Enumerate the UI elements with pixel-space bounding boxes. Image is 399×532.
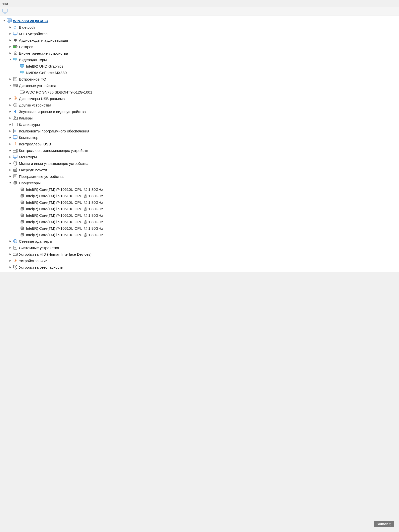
label-battery: Батареи bbox=[19, 45, 33, 49]
tree-root[interactable]: WIN-58SG9Q5CA3U bbox=[0, 17, 399, 24]
label-keyboard: Клавиатуры bbox=[19, 122, 40, 127]
label-sound: Звуковые, игровые и видеоустройства bbox=[19, 109, 86, 114]
svg-marker-40 bbox=[14, 97, 16, 98]
svg-rect-53 bbox=[14, 124, 15, 124]
expander-software[interactable] bbox=[8, 129, 12, 133]
label-monitors: Мониторы bbox=[19, 155, 37, 159]
toolbar bbox=[0, 7, 399, 15]
label-security: Устройства безопасности bbox=[19, 265, 63, 269]
label-progdev: Программные устройства bbox=[19, 174, 64, 179]
tree-item-bluetooth[interactable]: ⬡Bluetooth bbox=[0, 24, 399, 30]
expander-usb-controllers[interactable] bbox=[8, 142, 12, 146]
expander-pc[interactable] bbox=[8, 135, 12, 140]
icon-proc-4 bbox=[19, 206, 25, 211]
expander-battery[interactable] bbox=[8, 44, 12, 49]
tree-item-proc-4[interactable]: Intel(R) Core(TM) i7-10610U CPU @ 1.80GH… bbox=[0, 206, 399, 212]
expander-biometric[interactable] bbox=[8, 51, 12, 55]
expander-sound[interactable] bbox=[8, 109, 12, 114]
expander-sysdev[interactable] bbox=[8, 245, 12, 250]
expander-proc[interactable] bbox=[8, 181, 12, 185]
icon-video-intel bbox=[19, 64, 25, 69]
tree-item-video-nvidia[interactable]: NVIDIA GeForce MX330 bbox=[0, 69, 399, 76]
label-mtd: MTD-устройства bbox=[19, 32, 48, 36]
svg-rect-51 bbox=[13, 123, 18, 126]
svg-rect-14 bbox=[13, 46, 16, 48]
tree-item-usb-controllers[interactable]: Контроллеры USB bbox=[0, 141, 399, 147]
svg-rect-132 bbox=[21, 214, 23, 216]
tree-item-usb-dev[interactable]: Устройства USB bbox=[0, 257, 399, 264]
tree-item-pc[interactable]: Компьютер bbox=[0, 134, 399, 141]
expander-storage-ctrl[interactable] bbox=[8, 148, 12, 153]
tree-item-proc[interactable]: Процессоры bbox=[0, 180, 399, 186]
tree-item-sound[interactable]: Звуковые, игровые и видеоустройства bbox=[0, 108, 399, 115]
expander-mouse[interactable] bbox=[8, 161, 12, 166]
svg-rect-52 bbox=[13, 124, 14, 124]
tree-item-proc-6[interactable]: Intel(R) Core(TM) i7-10610U CPU @ 1.80GH… bbox=[0, 218, 399, 225]
svg-point-35 bbox=[16, 86, 17, 87]
tree-item-hid[interactable]: Устройства HID (Human Interface Devices) bbox=[0, 251, 399, 257]
expander-monitors[interactable] bbox=[8, 155, 12, 159]
tree-item-sysdev[interactable]: Системные устройства bbox=[0, 244, 399, 251]
monitor-icon[interactable] bbox=[2, 8, 8, 14]
tree-item-mouse[interactable]: Мыши и иные указывающие устройства bbox=[0, 160, 399, 167]
label-usb-ctrl: Диспетчеры USB-разъема bbox=[19, 97, 65, 101]
tree-item-video-intel[interactable]: Intel(R) UHD Graphics bbox=[0, 63, 399, 69]
tree-item-other[interactable]: ?Другие устройства bbox=[0, 102, 399, 108]
icon-keyboard bbox=[12, 122, 18, 127]
icon-proc-1 bbox=[19, 187, 25, 192]
tree-item-progdev[interactable]: Программные устройства bbox=[0, 173, 399, 180]
tree-item-disk[interactable]: Дисковые устройства bbox=[0, 82, 399, 89]
svg-point-188 bbox=[15, 266, 16, 267]
expander-hid[interactable] bbox=[8, 252, 12, 256]
tree-item-audio[interactable]: Аудиовходы и аудиовыходы bbox=[0, 37, 399, 43]
expander-security[interactable] bbox=[8, 265, 12, 269]
svg-text:⬡: ⬡ bbox=[13, 25, 16, 29]
tree-item-net[interactable]: Сетевые адаптеры bbox=[0, 238, 399, 244]
expander-usb-dev[interactable] bbox=[8, 258, 12, 263]
root-expander[interactable] bbox=[2, 18, 6, 23]
expander-bluetooth[interactable] bbox=[8, 25, 12, 29]
tree-item-monitors[interactable]: Мониторы bbox=[0, 154, 399, 160]
label-firmware: Встроенное ПО bbox=[19, 77, 46, 81]
icon-sysdev bbox=[12, 245, 18, 250]
tree-item-proc-3[interactable]: Intel(R) Core(TM) i7-10610U CPU @ 1.80GH… bbox=[0, 199, 399, 206]
tree-item-security[interactable]: Устройства безопасности bbox=[0, 264, 399, 270]
tree-item-keyboard[interactable]: Клавиатуры bbox=[0, 121, 399, 128]
tree-item-proc-7[interactable]: Intel(R) Core(TM) i7-10610U CPU @ 1.80GH… bbox=[0, 225, 399, 231]
icon-usb-ctrl bbox=[12, 96, 18, 101]
tree-item-disk-wdc[interactable]: WDC PC SN730 SDBQNTY-512G-1001 bbox=[0, 89, 399, 95]
svg-rect-58 bbox=[14, 130, 16, 132]
label-bluetooth: Bluetooth bbox=[19, 25, 35, 29]
expander-progdev[interactable] bbox=[8, 174, 12, 179]
expander-audio[interactable] bbox=[8, 38, 12, 42]
device-tree: WIN-58SG9Q5CA3U ⬡BluetoothMTD-устройства… bbox=[0, 15, 399, 272]
expander-other[interactable] bbox=[8, 103, 12, 107]
expander-usb-ctrl[interactable] bbox=[8, 96, 12, 101]
expander-mtd[interactable] bbox=[8, 31, 12, 36]
expander-camera[interactable] bbox=[8, 116, 12, 120]
tree-item-usb-ctrl[interactable]: Диспетчеры USB-разъема bbox=[0, 95, 399, 102]
svg-rect-179 bbox=[16, 254, 17, 254]
expander-keyboard[interactable] bbox=[8, 122, 12, 127]
tree-item-software[interactable]: Компоненты программного обеспечения bbox=[0, 128, 399, 134]
expander-disk[interactable] bbox=[8, 83, 12, 88]
expander-print[interactable] bbox=[8, 168, 12, 172]
tree-item-proc-1[interactable]: Intel(R) Core(TM) i7-10610U CPU @ 1.80GH… bbox=[0, 186, 399, 193]
label-biometric: Биометрические устройства bbox=[19, 51, 68, 55]
tree-item-camera[interactable]: Камеры bbox=[0, 115, 399, 121]
tree-item-print[interactable]: Очереди печати bbox=[0, 167, 399, 173]
title-text: ека bbox=[2, 1, 8, 5]
expander-net[interactable] bbox=[8, 239, 12, 243]
tree-item-storage-ctrl[interactable]: Контроллеры запоминающих устройств bbox=[0, 147, 399, 154]
label-net: Сетевые адаптеры bbox=[19, 239, 52, 243]
expander-video[interactable] bbox=[8, 57, 12, 62]
tree-item-video[interactable]: Видеоадаптеры bbox=[0, 56, 399, 63]
tree-item-proc-5[interactable]: Intel(R) Core(TM) i7-10610U CPU @ 1.80GH… bbox=[0, 212, 399, 218]
tree-item-firmware[interactable]: Встроенное ПО bbox=[0, 76, 399, 82]
tree-item-battery[interactable]: Батареи bbox=[0, 43, 399, 50]
tree-item-biometric[interactable]: Биометрические устройства bbox=[0, 50, 399, 56]
tree-item-proc-2[interactable]: Intel(R) Core(TM) i7-10610U CPU @ 1.80GH… bbox=[0, 193, 399, 199]
tree-item-mtd[interactable]: MTD-устройства bbox=[0, 30, 399, 37]
tree-item-proc-8[interactable]: Intel(R) Core(TM) i7-10610U CPU @ 1.80GH… bbox=[0, 231, 399, 238]
expander-firmware[interactable] bbox=[8, 77, 12, 81]
